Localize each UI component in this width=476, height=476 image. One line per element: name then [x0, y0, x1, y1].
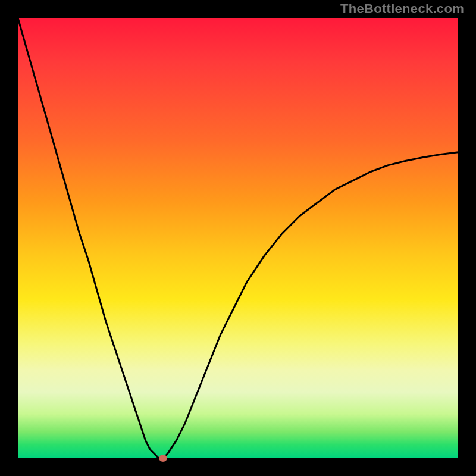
- watermark-text: TheBottleneck.com: [340, 1, 464, 17]
- bottleneck-curve: [18, 18, 458, 458]
- optimal-point-marker: [159, 455, 167, 462]
- chart-frame: TheBottleneck.com: [0, 0, 476, 476]
- plot-area: [18, 18, 458, 458]
